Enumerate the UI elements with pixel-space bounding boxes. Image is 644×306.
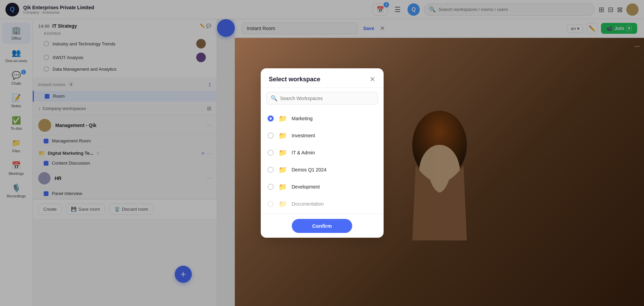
workspace-item-documentation[interactable]: 📁 Documentation — [261, 195, 384, 212]
modal-close-button[interactable]: ✕ — [370, 75, 375, 83]
workspace-folder-icon-documentation: 📁 — [278, 200, 287, 208]
workspace-name-investment: Investment — [292, 133, 315, 138]
modal-footer: Confirm — [261, 214, 384, 238]
confirm-button[interactable]: Confirm — [292, 219, 353, 233]
workspace-folder-icon-demos: 📁 — [278, 166, 287, 174]
modal-search-icon: 🔍 — [271, 95, 277, 101]
workspace-radio-demos[interactable] — [268, 167, 274, 173]
workspace-list: 📁 Marketing 📁 Investment 📁 IT & Admin 📁 … — [261, 109, 384, 214]
modal-search-input[interactable] — [280, 96, 374, 101]
workspace-folder-icon-marketing: 📁 — [278, 114, 287, 123]
workspace-name-marketing: Marketing — [292, 116, 313, 121]
workspace-radio-it-admin[interactable] — [268, 150, 274, 156]
workspace-radio-documentation[interactable] — [268, 201, 274, 207]
modal-header: Select workspace ✕ — [261, 68, 384, 88]
workspace-name-demos: Demos Q1 2024 — [292, 167, 327, 172]
modal-title: Select workspace — [269, 76, 320, 83]
workspace-radio-investment[interactable] — [268, 133, 274, 139]
workspace-item-investment[interactable]: 📁 Investment — [261, 127, 384, 144]
workspace-folder-icon-investment: 📁 — [278, 131, 287, 140]
workspace-name-development: Development — [292, 184, 320, 190]
workspace-folder-icon-it-admin: 📁 — [278, 149, 287, 157]
workspace-item-demos[interactable]: 📁 Demos Q1 2024 — [261, 161, 384, 178]
workspace-radio-development[interactable] — [268, 184, 274, 190]
modal-overlay: Select workspace ✕ 🔍 📁 Marketing 📁 Inves… — [0, 0, 644, 306]
modal-search-bar[interactable]: 🔍 — [266, 92, 378, 105]
workspace-folder-icon-development: 📁 — [278, 183, 287, 191]
workspace-item-marketing[interactable]: 📁 Marketing — [261, 110, 384, 127]
workspace-item-it-admin[interactable]: 📁 IT & Admin — [261, 144, 384, 161]
workspace-name-documentation: Documentation — [292, 201, 324, 207]
workspace-radio-marketing[interactable] — [268, 115, 274, 122]
workspace-item-development[interactable]: 📁 Development — [261, 178, 384, 195]
workspace-name-it-admin: IT & Admin — [292, 150, 315, 155]
select-workspace-modal: Select workspace ✕ 🔍 📁 Marketing 📁 Inves… — [261, 68, 384, 238]
